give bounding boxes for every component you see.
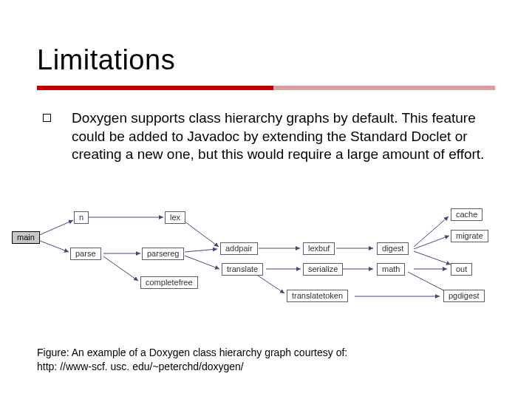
title-rule xyxy=(37,86,495,90)
node-out: out xyxy=(451,263,472,276)
node-pgdigest: pgdigest xyxy=(443,290,485,302)
node-completefree: completefree xyxy=(140,276,198,289)
hierarchy-diagram: main n parse lex parsereg completefree a… xyxy=(0,207,532,321)
node-translate: translate xyxy=(222,263,263,276)
node-cache: cache xyxy=(451,208,482,221)
node-lex: lex xyxy=(165,211,185,224)
caption-line-2: http: //www-scf. usc. edu/~peterchd/doxy… xyxy=(37,360,347,374)
svg-line-7 xyxy=(185,256,219,269)
caption-line-1: Figure: An example of a Doxygen class hi… xyxy=(37,346,347,360)
svg-line-17 xyxy=(414,251,451,265)
node-parsereg: parsereg xyxy=(142,248,184,260)
svg-line-1 xyxy=(36,239,69,252)
svg-line-6 xyxy=(185,249,217,252)
node-lexbuf: lexbuf xyxy=(303,242,335,255)
node-migrate: migrate xyxy=(451,230,488,242)
slide-title: Limitations xyxy=(37,44,175,76)
node-n: n xyxy=(74,211,89,224)
node-addpair: addpair xyxy=(220,242,258,255)
node-digest: digest xyxy=(377,242,409,255)
figure-caption: Figure: An example of a Doxygen class hi… xyxy=(37,346,347,374)
node-main: main xyxy=(12,231,40,244)
bullet-item: Doxygen supports class hierarchy graphs … xyxy=(43,109,486,164)
bullet-text: Doxygen supports class hierarchy graphs … xyxy=(72,109,486,164)
svg-line-5 xyxy=(182,219,219,247)
node-translatetoken: translatetoken xyxy=(287,290,348,302)
node-math: math xyxy=(377,263,405,276)
svg-line-4 xyxy=(103,256,138,281)
svg-line-0 xyxy=(36,220,73,236)
square-bullet-icon xyxy=(43,114,51,122)
slide: Limitations Doxygen supports class hiera… xyxy=(0,0,532,399)
node-parse: parse xyxy=(70,248,101,260)
node-serialize: serialize xyxy=(303,263,343,276)
